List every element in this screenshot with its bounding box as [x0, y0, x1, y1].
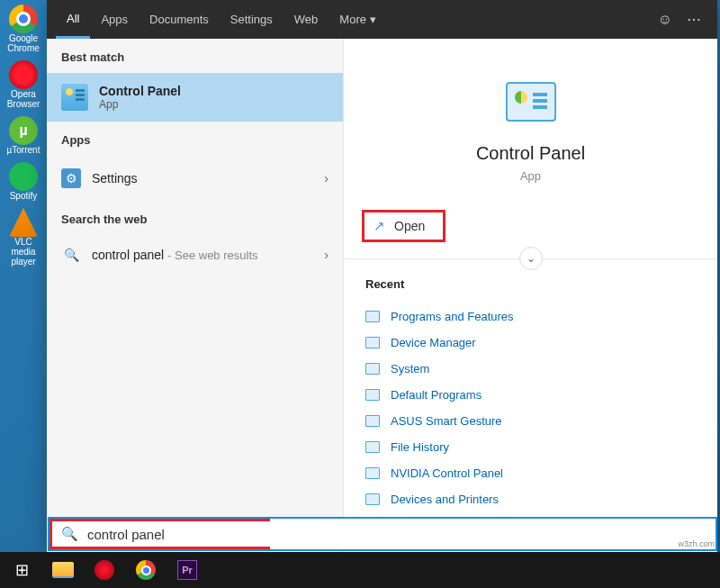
recent-item[interactable]: Device Manager: [365, 330, 696, 356]
control-panel-icon: [61, 84, 88, 111]
tab-documents[interactable]: Documents: [139, 0, 220, 39]
chevron-right-icon: ›: [324, 248, 328, 262]
best-match-item[interactable]: Control Panel App: [47, 73, 343, 122]
desktop-icon-opera[interactable]: Opera Browser: [4, 60, 42, 109]
search-highlight: 🔍: [50, 519, 270, 549]
cpl-icon: [365, 337, 380, 348]
chrome-icon: [9, 5, 38, 33]
preview-subtitle: App: [344, 169, 717, 183]
search-input[interactable]: [87, 527, 270, 542]
gear-icon: ⚙: [61, 168, 81, 188]
search-tabs: All Apps Documents Settings Web More ▾ ☺…: [47, 0, 717, 39]
chevron-right-icon: ›: [324, 171, 328, 185]
desktop-icon-label: Google Chrome: [4, 33, 42, 53]
premiere-icon: Pr: [177, 560, 197, 580]
recent-item[interactable]: ASUS Smart Gesture: [365, 408, 696, 434]
chrome-icon: [136, 560, 156, 580]
tab-more-label: More: [339, 13, 366, 26]
cpl-icon: [365, 363, 380, 375]
taskbar-opera[interactable]: [86, 554, 122, 586]
result-settings[interactable]: ⚙ Settings ›: [47, 156, 343, 201]
results-preview: Control Panel App ↗ Open ⌄ Recent Progra…: [344, 39, 717, 552]
recent-item[interactable]: System: [365, 356, 696, 382]
cpl-icon: [365, 389, 380, 401]
folder-icon: [52, 562, 74, 578]
desktop-icon-chrome[interactable]: Google Chrome: [4, 5, 42, 53]
search-web-header: Search the web: [47, 201, 343, 235]
desktop-icon-vlc[interactable]: VLC media player: [4, 208, 42, 267]
desktop-icon-label: VLC media player: [4, 237, 42, 267]
search-body: Best match Control Panel App Apps ⚙ Sett…: [47, 39, 717, 552]
desktop-icon-label: Spotify: [10, 191, 38, 201]
apps-header: Apps: [47, 122, 343, 156]
vlc-icon: [9, 208, 38, 237]
tab-apps[interactable]: Apps: [90, 0, 139, 39]
feedback-icon[interactable]: ☺: [651, 12, 680, 28]
recent-item[interactable]: Programs and Features: [365, 303, 696, 330]
opera-icon: [94, 560, 114, 580]
recent-item[interactable]: NVIDIA Control Panel: [365, 460, 696, 486]
desktop-icon-spotify[interactable]: Spotify: [4, 162, 42, 201]
search-panel: All Apps Documents Settings Web More ▾ ☺…: [47, 0, 717, 552]
taskbar-premiere[interactable]: Pr: [169, 554, 205, 586]
open-button[interactable]: ↗ Open: [362, 210, 446, 242]
opera-icon: [9, 60, 38, 89]
tab-more[interactable]: More ▾: [328, 0, 386, 39]
taskbar-chrome[interactable]: [128, 554, 164, 586]
cpl-icon: [365, 441, 380, 453]
watermark: w3zh.com: [678, 539, 715, 548]
recent-section: Recent Programs and Features Device Mana…: [344, 259, 717, 530]
expand-button[interactable]: ⌄: [519, 247, 543, 270]
recent-item[interactable]: File History: [365, 434, 696, 460]
tab-web[interactable]: Web: [284, 0, 329, 39]
cpl-icon: [365, 311, 380, 322]
open-label: Open: [394, 219, 425, 233]
cpl-icon: [365, 415, 380, 427]
desktop-icons: Google Chrome Opera Browser µµTorrent Sp…: [4, 5, 42, 267]
best-match-subtitle: App: [99, 98, 181, 111]
open-icon: ↗: [374, 218, 385, 234]
result-web-search[interactable]: 🔍 control panel - See web results ›: [47, 235, 343, 275]
recent-item[interactable]: Devices and Printers: [365, 486, 696, 512]
preview-actions: ↗ Open ⌄: [344, 190, 717, 259]
recent-item[interactable]: Default Programs: [365, 382, 696, 408]
search-box[interactable]: 🔍: [48, 517, 717, 551]
result-label: Settings: [92, 171, 313, 185]
desktop-icon-label: µTorrent: [7, 145, 40, 155]
tab-all[interactable]: All: [56, 0, 90, 39]
best-match-title: Control Panel: [99, 84, 181, 98]
chevron-down-icon: ▾: [370, 13, 376, 26]
control-panel-icon: [506, 82, 556, 122]
taskbar-file-explorer[interactable]: [45, 554, 81, 586]
results-left: Best match Control Panel App Apps ⚙ Sett…: [47, 39, 344, 552]
utorrent-icon: µ: [9, 116, 38, 145]
tab-settings[interactable]: Settings: [220, 0, 284, 39]
preview-header: Control Panel App: [344, 39, 717, 183]
spotify-icon: [9, 162, 38, 191]
cpl-icon: [365, 467, 380, 479]
more-options-icon[interactable]: ⋯: [680, 11, 708, 28]
desktop-icon-utorrent[interactable]: µµTorrent: [4, 116, 42, 155]
taskbar: ⊞ Pr: [0, 552, 720, 588]
result-label: control panel - See web results: [92, 248, 313, 262]
preview-title: Control Panel: [344, 143, 717, 164]
recent-header: Recent: [365, 277, 696, 291]
start-button[interactable]: ⊞: [4, 554, 40, 586]
search-icon: 🔍: [61, 248, 81, 262]
desktop-icon-label: Opera Browser: [4, 89, 42, 109]
cpl-icon: [365, 493, 380, 505]
windows-icon: ⊞: [15, 560, 29, 580]
search-icon: 🔍: [52, 526, 87, 542]
best-match-header: Best match: [47, 39, 343, 73]
